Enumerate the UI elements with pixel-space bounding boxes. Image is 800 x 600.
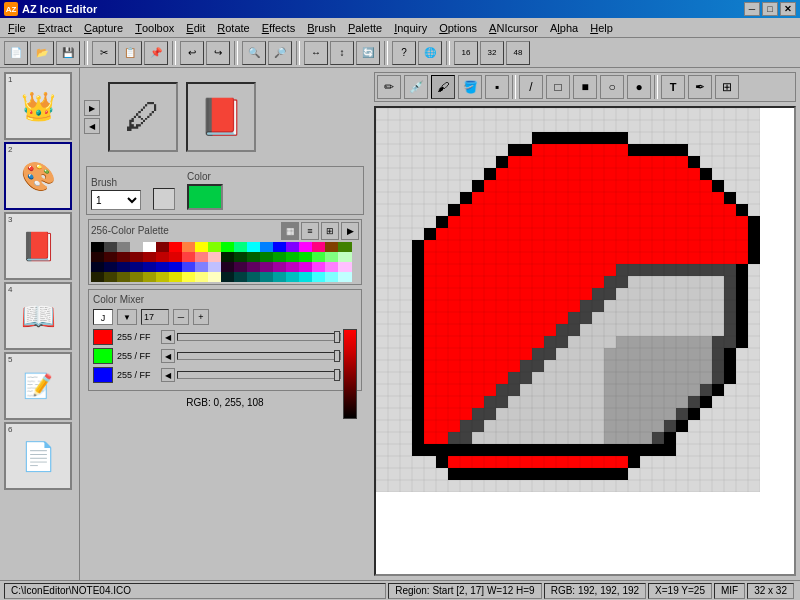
palette-color-cell[interactable]	[299, 252, 313, 262]
palette-color-cell[interactable]	[312, 272, 326, 282]
tool-thumb-1[interactable]: 🖊	[108, 82, 178, 152]
palette-color-cell[interactable]	[91, 242, 105, 252]
icon-slot-3[interactable]: 3 📕	[4, 212, 72, 280]
palette-color-cell[interactable]	[286, 272, 300, 282]
palette-color-cell[interactable]	[234, 262, 248, 272]
tool-thumb-2[interactable]: 📕	[186, 82, 256, 152]
palette-color-cell[interactable]	[260, 272, 274, 282]
zoom-out-button[interactable]: 🔎	[268, 41, 292, 65]
palette-color-cell[interactable]	[286, 262, 300, 272]
palette-color-cell[interactable]	[104, 242, 118, 252]
paint-tool[interactable]: ▪	[485, 75, 509, 99]
palette-color-cell[interactable]	[325, 252, 339, 262]
menu-palette[interactable]: Palette	[342, 18, 388, 37]
dropper-tool[interactable]: 💉	[404, 75, 428, 99]
next-tool-button[interactable]: ◀	[84, 118, 100, 134]
flip-h-button[interactable]: ↔	[304, 41, 328, 65]
rotate-button[interactable]: 🔄	[356, 41, 380, 65]
palette-color-cell[interactable]	[221, 272, 235, 282]
icon-slot-4[interactable]: 4 📖	[4, 282, 72, 350]
redo-button[interactable]: ↪	[206, 41, 230, 65]
brush-tool[interactable]: 🖌	[431, 75, 455, 99]
palette-color-cell[interactable]	[130, 242, 144, 252]
palette-color-cell[interactable]	[247, 262, 261, 272]
palette-color-cell[interactable]	[325, 272, 339, 282]
menu-toolbox[interactable]: Toolbox	[129, 18, 180, 37]
palette-color-cell[interactable]	[208, 242, 222, 252]
palette-color-cell[interactable]	[338, 252, 352, 262]
menu-file[interactable]: File	[2, 18, 32, 37]
menu-alpha[interactable]: Alpha	[544, 18, 584, 37]
green-slider-left[interactable]: ◀	[161, 349, 175, 363]
blue-slider-track[interactable]	[177, 371, 341, 379]
palette-color-cell[interactable]	[325, 262, 339, 272]
palette-color-cell[interactable]	[195, 272, 209, 282]
palette-color-cell[interactable]	[247, 242, 261, 252]
palette-color-cell[interactable]	[169, 252, 183, 262]
palette-color-cell[interactable]	[169, 242, 183, 252]
menu-anicursor[interactable]: ANIcursor	[483, 18, 544, 37]
line-tool[interactable]: /	[519, 75, 543, 99]
palette-color-cell[interactable]	[299, 272, 313, 282]
palette-color-cell[interactable]	[338, 262, 352, 272]
maximize-button[interactable]: □	[762, 2, 778, 16]
pencil-tool[interactable]: ✏	[377, 75, 401, 99]
palette-color-cell[interactable]	[130, 262, 144, 272]
menu-help[interactable]: Help	[584, 18, 619, 37]
palette-color-cell[interactable]	[273, 262, 287, 272]
palette-color-cell[interactable]	[208, 272, 222, 282]
menu-extract[interactable]: Extract	[32, 18, 78, 37]
palette-color-cell[interactable]	[182, 272, 196, 282]
text-tool[interactable]: T	[661, 75, 685, 99]
palette-color-cell[interactable]	[182, 242, 196, 252]
palette-color-cell[interactable]	[338, 242, 352, 252]
palette-color-cell[interactable]	[247, 252, 261, 262]
palette-color-cell[interactable]	[169, 272, 183, 282]
menu-effects[interactable]: Effects	[256, 18, 301, 37]
scroll-btn[interactable]: ⊞	[715, 75, 739, 99]
palette-color-cell[interactable]	[91, 272, 105, 282]
paste-button[interactable]: 📌	[144, 41, 168, 65]
palette-color-cell[interactable]	[299, 262, 313, 272]
palette-color-cell[interactable]	[299, 242, 313, 252]
menu-inquiry[interactable]: Inquiry	[388, 18, 433, 37]
palette-color-cell[interactable]	[117, 262, 131, 272]
new-button[interactable]: 📄	[4, 41, 28, 65]
ellipse-fill-tool[interactable]: ●	[627, 75, 651, 99]
icon-slot-6[interactable]: 6 📄	[4, 422, 72, 490]
red-slider-left[interactable]: ◀	[161, 330, 175, 344]
palette-swatch-btn[interactable]: ⊞	[321, 222, 339, 240]
palette-color-cell[interactable]	[156, 262, 170, 272]
palette-color-cell[interactable]	[234, 252, 248, 262]
flip-v-button[interactable]: ↕	[330, 41, 354, 65]
palette-color-cell[interactable]	[195, 262, 209, 272]
palette-color-cell[interactable]	[234, 272, 248, 282]
eyedrop-tool[interactable]: ✒	[688, 75, 712, 99]
palette-color-cell[interactable]	[273, 272, 287, 282]
zoom-in-button[interactable]: 🔍	[242, 41, 266, 65]
palette-color-cell[interactable]	[312, 242, 326, 252]
palette-color-cell[interactable]	[169, 262, 183, 272]
palette-color-cell[interactable]	[234, 242, 248, 252]
pixel-canvas[interactable]	[376, 108, 760, 492]
palette-color-cell[interactable]	[143, 262, 157, 272]
palette-color-cell[interactable]	[117, 242, 131, 252]
palette-color-cell[interactable]	[273, 252, 287, 262]
red-slider-track[interactable]	[177, 333, 341, 341]
close-button[interactable]: ✕	[780, 2, 796, 16]
red-slider-thumb[interactable]	[334, 331, 340, 343]
palette-next-btn[interactable]: ▶	[341, 222, 359, 240]
palette-color-cell[interactable]	[312, 262, 326, 272]
icon-slot-2[interactable]: 2 🎨	[4, 142, 72, 210]
prev-tool-button[interactable]: ▶	[84, 100, 100, 116]
palette-color-cell[interactable]	[260, 262, 274, 272]
palette-color-cell[interactable]	[312, 252, 326, 262]
icon-large[interactable]: 48	[506, 41, 530, 65]
palette-color-cell[interactable]	[156, 252, 170, 262]
hue-dropdown[interactable]: ▼	[117, 309, 137, 325]
palette-color-cell[interactable]	[182, 252, 196, 262]
minimize-button[interactable]: ─	[744, 2, 760, 16]
palette-color-cell[interactable]	[325, 242, 339, 252]
palette-color-cell[interactable]	[143, 272, 157, 282]
menu-brush[interactable]: Brush	[301, 18, 342, 37]
